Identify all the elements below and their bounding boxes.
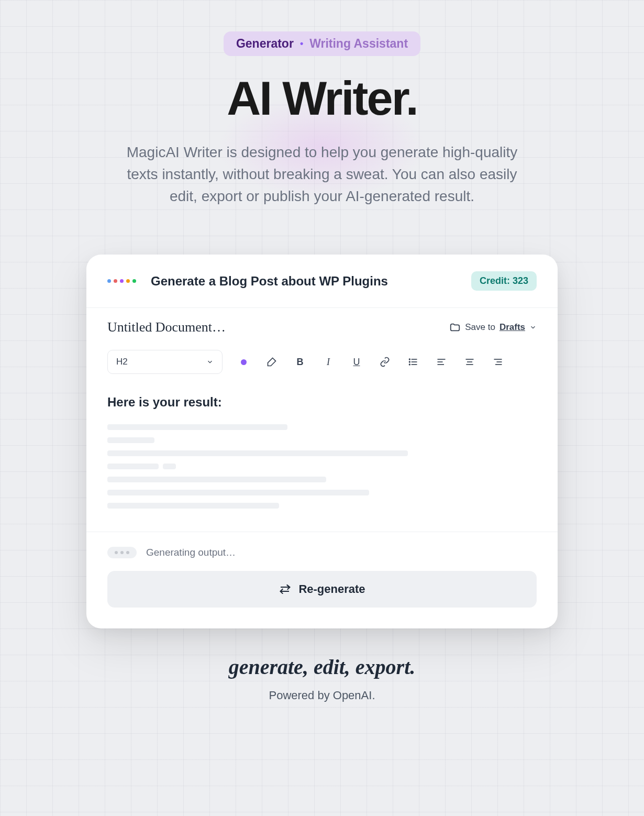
link-button[interactable] xyxy=(377,355,392,369)
text-color-button[interactable] xyxy=(236,355,251,369)
link-icon xyxy=(380,357,390,367)
skeleton-line xyxy=(107,503,279,509)
swap-icon xyxy=(279,585,291,594)
align-center-icon xyxy=(464,357,475,367)
generating-text: Generating output… xyxy=(146,547,236,558)
align-left-icon xyxy=(436,357,447,367)
skeleton-line xyxy=(107,477,326,482)
editor-toolbar: H2 B I U xyxy=(86,343,558,384)
svg-point-4 xyxy=(409,361,410,362)
brand-dots xyxy=(107,279,136,283)
editor-card: Generate a Blog Post about WP Plugins Cr… xyxy=(86,255,558,628)
mode-badge: Generator • Writing Assistant xyxy=(224,31,420,56)
prompt-title: Generate a Blog Post about WP Plugins xyxy=(151,274,471,289)
svg-point-3 xyxy=(409,359,410,360)
skeleton-line xyxy=(107,464,159,469)
page-subtitle: MagicAI Writer is designed to help you g… xyxy=(118,141,526,207)
save-to-drafts-button[interactable]: Save to Drafts xyxy=(449,322,537,333)
align-right-icon xyxy=(493,357,503,367)
editor-content[interactable]: Here is your result: xyxy=(86,384,558,532)
skeleton-line xyxy=(107,490,369,495)
italic-button[interactable]: I xyxy=(321,355,336,369)
loading-dots-icon xyxy=(107,547,137,558)
badge-separator: • xyxy=(300,38,303,49)
list-button[interactable] xyxy=(406,355,420,369)
document-title[interactable]: Untitled Document… xyxy=(107,319,226,335)
generating-status: Generating output… xyxy=(107,547,537,558)
align-left-button[interactable] xyxy=(434,355,449,369)
page-title: AI Writer. xyxy=(86,72,558,126)
color-dot-icon xyxy=(241,359,247,365)
save-prefix: Save to xyxy=(465,322,495,333)
align-center-button[interactable] xyxy=(462,355,477,369)
highlighter-icon xyxy=(267,357,277,367)
regenerate-button[interactable]: Re-generate xyxy=(107,571,537,608)
heading-select-value: H2 xyxy=(116,357,128,367)
skeleton-line xyxy=(107,437,154,443)
skeleton-line xyxy=(163,464,176,469)
highlight-button[interactable] xyxy=(264,355,279,369)
heading-select[interactable]: H2 xyxy=(107,350,223,374)
skeleton-line xyxy=(107,424,287,430)
chevron-down-icon xyxy=(529,324,537,331)
chevron-down-icon xyxy=(206,358,214,366)
regenerate-label: Re-generate xyxy=(298,582,365,596)
powered-by: Powered by OpenAI. xyxy=(86,689,558,702)
list-icon xyxy=(408,357,418,367)
result-heading: Here is your result: xyxy=(107,395,537,410)
bold-button[interactable]: B xyxy=(293,355,307,369)
align-right-button[interactable] xyxy=(491,355,505,369)
save-target: Drafts xyxy=(499,322,525,333)
badge-assistant: Writing Assistant xyxy=(309,37,408,51)
credit-badge: Credit: 323 xyxy=(471,271,537,291)
skeleton-line xyxy=(107,450,408,456)
svg-point-5 xyxy=(409,364,410,365)
badge-generator: Generator xyxy=(236,37,294,51)
underline-button[interactable]: U xyxy=(349,355,364,369)
tagline: generate, edit, export. xyxy=(86,655,558,679)
card-header: Generate a Blog Post about WP Plugins Cr… xyxy=(86,255,558,308)
folder-icon xyxy=(449,322,461,333)
